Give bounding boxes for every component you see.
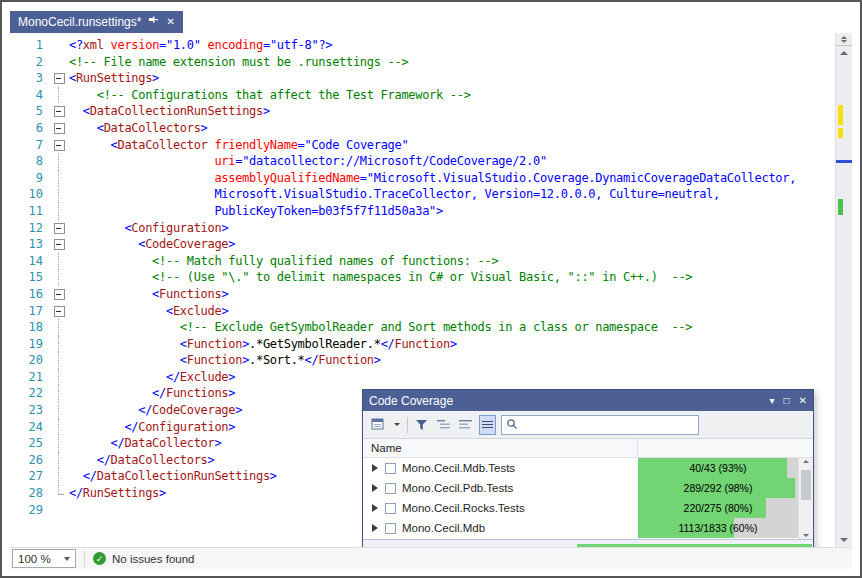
expand-icon[interactable] bbox=[372, 484, 378, 492]
code-line[interactable]: 7 <DataCollector friendlyName="Code Cove… bbox=[10, 137, 834, 154]
show-code-coloring-button[interactable] bbox=[479, 415, 496, 435]
scroll-down-icon[interactable] bbox=[836, 533, 852, 547]
coverage-scrollbar[interactable] bbox=[798, 458, 813, 539]
code-line[interactable]: 17 <Exclude> bbox=[10, 303, 834, 320]
code-line[interactable]: 16 <Functions> bbox=[10, 286, 834, 303]
fold-collapse-icon[interactable] bbox=[50, 137, 69, 154]
close-panel-icon[interactable]: ✕ bbox=[799, 395, 807, 406]
document-tab[interactable]: MonoCecil.runsettings* ✕ bbox=[10, 11, 183, 33]
code-line[interactable]: 3<RunSettings> bbox=[10, 70, 834, 87]
fold-collapse-icon[interactable] bbox=[50, 236, 69, 253]
code-text: <!-- Match fully qualified names of func… bbox=[69, 253, 498, 270]
pin-icon[interactable] bbox=[148, 15, 159, 29]
fold-collapse-icon[interactable] bbox=[50, 103, 69, 120]
export-dropdown-icon[interactable] bbox=[392, 415, 402, 435]
chevron-down-icon bbox=[64, 557, 70, 561]
line-number: 21 bbox=[10, 369, 50, 386]
fold-guide bbox=[50, 170, 69, 187]
coverage-row[interactable]: Mono.Cecil.Rocks.Tests220/275 (80%) bbox=[363, 498, 813, 518]
toolbar-separator bbox=[407, 417, 408, 433]
line-number: 16 bbox=[10, 286, 50, 303]
code-text: <CodeCoverage> bbox=[69, 236, 235, 253]
code-line[interactable]: 14 <!-- Match fully qualified names of f… bbox=[10, 253, 834, 270]
coverage-search-box[interactable] bbox=[501, 415, 699, 435]
code-coverage-panel: Code Coverage ▾ □ ✕ bbox=[362, 389, 814, 547]
scroll-up-icon[interactable] bbox=[836, 46, 852, 60]
check-icon: ✓ bbox=[93, 552, 106, 565]
fold-guide bbox=[50, 269, 69, 286]
scroll-down-icon[interactable] bbox=[799, 534, 813, 537]
coverage-bar: 220/275 (80%) bbox=[638, 498, 798, 518]
code-text: </Configuration> bbox=[69, 419, 235, 436]
fold-guide bbox=[50, 452, 69, 469]
code-line[interactable]: 18 <!-- Exclude GetSymbolReader and Sort… bbox=[10, 319, 834, 336]
fold-guide bbox=[50, 468, 69, 485]
group-by-button[interactable] bbox=[435, 415, 452, 435]
code-text: <?xml version="1.0" encoding="utf-8"?> bbox=[69, 37, 332, 54]
assembly-name: Mono.Cecil.Mdb.Tests bbox=[402, 462, 638, 474]
scroll-up-icon[interactable] bbox=[799, 460, 813, 463]
scrollbar-thumb[interactable] bbox=[801, 470, 811, 500]
splitter-handle-icon[interactable] bbox=[836, 33, 852, 46]
code-editor[interactable]: 1<?xml version="1.0" encoding="utf-8"?>2… bbox=[10, 33, 852, 547]
code-text: Microsoft.VisualStudio.TraceCollector, V… bbox=[69, 186, 720, 203]
export-results-button[interactable] bbox=[369, 415, 387, 435]
coverage-row[interactable]: Mono.Cecil.Mdb1113/1833 (60%) bbox=[363, 518, 813, 538]
vertical-scrollbar[interactable] bbox=[835, 33, 852, 547]
code-line[interactable]: 19 <Function>.*GetSymbolReader.*</Functi… bbox=[10, 336, 834, 353]
line-number: 27 bbox=[10, 468, 50, 485]
coverage-row[interactable]: Mono.Cecil.Mdb.Tests40/43 (93%) bbox=[363, 458, 813, 478]
code-line[interactable]: 5 <DataCollectionRunSettings> bbox=[10, 103, 834, 120]
filter-button[interactable] bbox=[413, 415, 430, 435]
coverage-row[interactable]: Mono.Cecil.Pdb.Tests289/292 (98%) bbox=[363, 478, 813, 498]
code-line[interactable]: 8 uri="datacollector://Microsoft/CodeCov… bbox=[10, 153, 834, 170]
document-health-indicator[interactable]: ✓ No issues found bbox=[93, 552, 194, 565]
fold-collapse-icon[interactable] bbox=[50, 286, 69, 303]
code-text: <Function>.*GetSymbolReader.*</Function> bbox=[69, 336, 457, 353]
fold-guide bbox=[50, 385, 69, 402]
expand-icon[interactable] bbox=[372, 504, 378, 512]
tab-title: MonoCecil.runsettings* bbox=[18, 15, 141, 29]
search-input[interactable] bbox=[522, 418, 694, 432]
fold-collapse-icon[interactable] bbox=[50, 120, 69, 137]
search-icon bbox=[506, 416, 518, 434]
close-tab-icon[interactable]: ✕ bbox=[166, 17, 174, 27]
panel-titlebar[interactable]: Code Coverage ▾ □ ✕ bbox=[363, 390, 813, 411]
code-line[interactable]: 10 Microsoft.VisualStudio.TraceCollector… bbox=[10, 186, 834, 203]
line-number: 8 bbox=[10, 153, 50, 170]
coverage-total-row: Total: 8 419 4154 Coverage: 21217/27561 … bbox=[363, 539, 813, 547]
coverage-column-header[interactable]: Name bbox=[363, 439, 813, 458]
code-line[interactable]: 12 <Configuration> bbox=[10, 220, 834, 237]
assembly-name: Mono.Cecil.Rocks.Tests bbox=[402, 502, 638, 514]
line-number: 14 bbox=[10, 253, 50, 270]
window-position-icon[interactable]: ▾ bbox=[770, 395, 775, 406]
expand-icon[interactable] bbox=[372, 464, 378, 472]
code-line[interactable]: 4 <!-- Configurations that affect the Te… bbox=[10, 87, 834, 104]
name-column-header[interactable]: Name bbox=[363, 439, 638, 457]
code-line[interactable]: 11 PublicKeyToken=b03f5f7f11d50a3a"> bbox=[10, 203, 834, 220]
line-number: 3 bbox=[10, 70, 50, 87]
maximize-icon[interactable]: □ bbox=[784, 395, 790, 406]
code-line[interactable]: 9 assemblyQualifiedName="Microsoft.Visua… bbox=[10, 170, 834, 187]
fold-guide bbox=[50, 153, 69, 170]
code-text: </Functions> bbox=[69, 385, 235, 402]
coverage-value: 40/43 (93%) bbox=[638, 458, 798, 478]
code-line[interactable]: 1<?xml version="1.0" encoding="utf-8"?> bbox=[10, 37, 834, 54]
fold-collapse-icon[interactable] bbox=[50, 303, 69, 320]
code-line[interactable]: 13 <CodeCoverage> bbox=[10, 236, 834, 253]
fold-guide bbox=[50, 502, 69, 519]
code-line[interactable]: 15 <!-- (Use "\." to delimit namespaces … bbox=[10, 269, 834, 286]
fold-collapse-icon[interactable] bbox=[50, 220, 69, 237]
code-line[interactable]: 2<!-- File name extension must be .runse… bbox=[10, 54, 834, 71]
zoom-control[interactable]: 100 % bbox=[12, 549, 76, 568]
code-line[interactable]: 21 </Exclude> bbox=[10, 369, 834, 386]
fold-guide bbox=[50, 369, 69, 386]
columns-button[interactable] bbox=[457, 415, 474, 435]
fold-collapse-icon[interactable] bbox=[50, 70, 69, 87]
line-number: 2 bbox=[10, 54, 50, 71]
code-line[interactable]: 6 <DataCollectors> bbox=[10, 120, 834, 137]
code-text: <Exclude> bbox=[69, 303, 228, 320]
code-line[interactable]: 20 <Function>.*Sort.*</Function> bbox=[10, 352, 834, 369]
line-number: 15 bbox=[10, 269, 50, 286]
expand-icon[interactable] bbox=[372, 524, 378, 532]
